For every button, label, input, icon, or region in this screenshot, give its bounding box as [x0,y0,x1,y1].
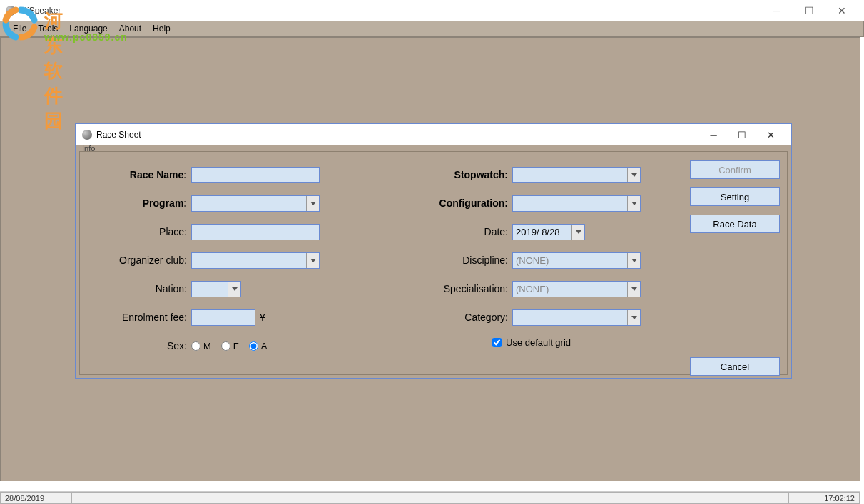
dialog-maximize-button[interactable]: ☐ [728,127,756,143]
sex-a-radio[interactable]: A [249,341,268,351]
sex-radio-group: M F A [191,341,267,351]
nation-combo[interactable] [191,281,241,297]
main-title: MiSpeaker [20,6,760,16]
default-grid-checkbox[interactable] [492,338,502,347]
discipline-label: Discipline: [407,254,512,266]
chevron-down-icon [627,168,640,182]
form-area: Race Name: Program: Place: Organizer clu… [86,160,781,360]
chevron-down-icon [306,253,319,268]
enrolment-input[interactable] [191,309,255,326]
place-label: Place: [86,226,191,237]
dialog-icon [82,130,92,140]
specialisation-label: Specialisation: [407,283,512,294]
race-name-label: Race Name: [86,169,191,180]
form-col-left: Race Name: Program: Place: Organizer clu… [86,160,392,360]
date-label: Date: [407,226,512,237]
race-name-input[interactable] [191,167,320,183]
nation-label: Nation: [86,283,191,294]
race-data-button[interactable]: Race Data [690,215,780,233]
configuration-combo[interactable] [512,195,641,212]
chevron-down-icon [627,310,640,325]
dialog-close-button[interactable]: ✕ [756,127,785,143]
menu-about[interactable]: About [115,24,146,34]
status-date: 28/08/2019 [0,492,71,504]
app-icon [6,6,16,16]
chevron-down-icon [228,282,240,297]
category-combo[interactable] [512,309,641,326]
info-groupbox: Race Name: Program: Place: Organizer clu… [79,151,788,375]
cancel-button[interactable]: Cancel [690,357,780,376]
sex-label: Sex: [86,340,191,351]
menubar: File Tools Language About Help [0,21,864,37]
dialog-title: Race Sheet [96,130,141,140]
dialog-body: Info Race Name: Program: Place: [76,145,791,378]
category-label: Category: [407,312,512,323]
statusbar: 28/08/2019 17:02:12 [0,491,860,504]
chevron-down-icon [571,225,584,240]
menu-language[interactable]: Language [65,24,111,34]
confirm-button[interactable]: Confirm [690,160,780,179]
menu-help[interactable]: Help [148,24,175,34]
configuration-label: Configuration: [407,197,512,209]
menu-file[interactable]: File [9,24,31,34]
sex-f-radio[interactable]: F [221,341,239,351]
organizer-label: Organizer club: [86,254,191,266]
chevron-down-icon [627,282,640,297]
menu-tools[interactable]: Tools [34,24,62,34]
setting-button[interactable]: Setting [690,187,780,206]
currency-label: ¥ [255,312,265,323]
program-combo[interactable] [191,195,320,212]
dialog-titlebar: Race Sheet ─ ☐ ✕ [76,124,791,145]
discipline-combo[interactable]: (NONE) [512,252,641,269]
stopwatch-combo[interactable] [512,167,641,183]
maximize-button[interactable]: ☐ [793,0,825,21]
chevron-down-icon [627,196,640,211]
program-label: Program: [86,197,191,209]
specialisation-combo[interactable]: (NONE) [512,281,641,297]
enrolment-label: Enrolment fee: [86,312,191,323]
status-mid [71,492,788,504]
stopwatch-label: Stopwatch: [407,169,512,180]
default-grid-label: Use default grid [506,337,571,348]
main-titlebar: MiSpeaker ─ ☐ ✕ [0,0,864,21]
window-controls: ─ ☐ ✕ [760,0,858,21]
race-sheet-dialog: Race Sheet ─ ☐ ✕ Info Race Name: Program… [75,123,792,379]
button-column: Confirm Setting Race Data Cancel [690,160,780,376]
minimize-button[interactable]: ─ [760,0,793,21]
status-time: 17:02:12 [788,492,860,504]
chevron-down-icon [306,196,319,211]
organizer-combo[interactable] [191,252,320,269]
form-col-right: Stopwatch: Configuration: Date: 2019/ 8/… [407,160,692,360]
date-picker[interactable]: 2019/ 8/28 [512,224,585,240]
chevron-down-icon [627,253,640,268]
dialog-minimize-button[interactable]: ─ [699,127,728,143]
place-input[interactable] [191,224,320,240]
close-button[interactable]: ✕ [825,0,858,21]
sex-m-radio[interactable]: M [191,341,211,351]
